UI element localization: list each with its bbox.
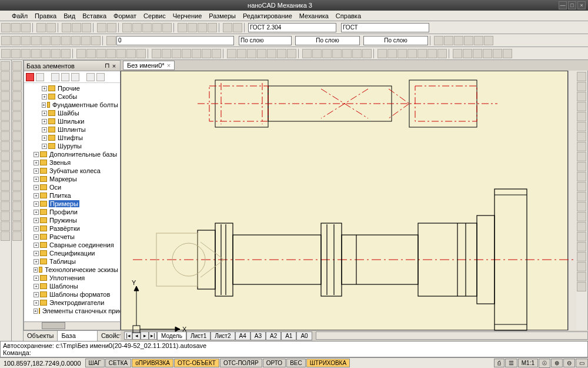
tool3-25[interactable] xyxy=(267,49,276,58)
tool3-28[interactable] xyxy=(302,49,312,58)
document-tab-close-icon[interactable]: × xyxy=(167,62,171,69)
tool2-a[interactable] xyxy=(1,36,11,45)
tree-item[interactable]: +Шаблоны форматов xyxy=(25,290,119,299)
menu-Механика[interactable]: Механика xyxy=(299,12,329,19)
expand-icon[interactable]: + xyxy=(34,267,38,273)
tool3-41[interactable] xyxy=(437,49,447,58)
tool-redo[interactable] xyxy=(107,23,116,32)
status-toggle-ОТС-ПОЛЯР[interactable]: ОТС-ПОЛЯР xyxy=(220,359,262,367)
tool3-40[interactable] xyxy=(427,49,437,58)
vt1-btn-8[interactable] xyxy=(1,141,10,151)
vt2-btn-4[interactable] xyxy=(12,101,22,111)
panel-close-icon[interactable]: × xyxy=(111,62,118,69)
tool3-8[interactable] xyxy=(86,49,96,58)
tree-item[interactable]: +Штифты xyxy=(25,134,119,142)
tool2-i[interactable] xyxy=(81,36,91,45)
status-icon-a[interactable]: ⎙ xyxy=(494,359,505,367)
tool-d[interactable] xyxy=(152,23,162,32)
tool3-15[interactable] xyxy=(162,49,171,58)
panel-del-icon[interactable] xyxy=(26,73,34,81)
tree-item[interactable]: +Плитка xyxy=(25,191,119,200)
tool3-27[interactable] xyxy=(287,49,296,58)
tool3-9[interactable] xyxy=(96,49,106,58)
menu-Справка[interactable]: Справка xyxy=(336,12,361,19)
tree-item[interactable]: +Шайбы xyxy=(25,109,119,117)
tool-print[interactable] xyxy=(36,23,46,32)
tool3-2[interactable] xyxy=(21,49,31,58)
tool3-5[interactable] xyxy=(51,49,61,58)
vt2-btn-13[interactable] xyxy=(12,191,22,201)
tool3-26[interactable] xyxy=(277,49,286,58)
tree-item[interactable]: +Профили xyxy=(25,208,119,216)
tool3-30[interactable] xyxy=(322,49,332,58)
menu-Вид[interactable]: Вид xyxy=(64,12,75,19)
vt1-btn-11[interactable] xyxy=(1,171,10,181)
expand-icon[interactable]: + xyxy=(34,201,39,207)
tool2-v[interactable] xyxy=(474,36,483,45)
tool-paste[interactable] xyxy=(82,23,91,32)
tree-item[interactable]: +Электродвигатели xyxy=(25,299,119,307)
tool3-13[interactable] xyxy=(136,49,146,58)
tool3-46[interactable] xyxy=(493,49,502,58)
tool2-y[interactable] xyxy=(444,36,453,45)
tree-item[interactable]: +Пружины xyxy=(25,216,119,224)
tool3-6[interactable] xyxy=(61,49,71,58)
vt2-btn-9[interactable] xyxy=(12,151,22,161)
maximize-button[interactable]: □ xyxy=(568,1,576,9)
status-toggle-ВЕС[interactable]: ВЕС xyxy=(286,359,306,367)
vt1-btn-13[interactable] xyxy=(1,191,10,201)
expand-icon[interactable]: + xyxy=(34,226,39,231)
tool2-d[interactable] xyxy=(31,36,41,45)
status-icon-e[interactable]: ⊖ xyxy=(563,359,575,367)
vt1-btn-15[interactable] xyxy=(1,211,10,221)
tool3-12[interactable] xyxy=(126,49,136,58)
linetype-input[interactable] xyxy=(295,36,360,45)
tool3-24[interactable] xyxy=(257,49,266,58)
panel-tab[interactable]: Объекты xyxy=(24,331,58,341)
vt2-btn-16[interactable] xyxy=(12,221,22,231)
tool-h[interactable] xyxy=(198,23,207,32)
tree-item[interactable]: +Технологические эскизы xyxy=(25,266,119,274)
tree-item[interactable]: +Элементы станочных приспо xyxy=(25,307,119,315)
expand-icon[interactable]: + xyxy=(42,102,46,108)
tool3-4[interactable] xyxy=(41,49,51,58)
tool3-23[interactable] xyxy=(247,49,256,58)
status-icon-f[interactable]: ▭ xyxy=(576,359,588,367)
expand-icon[interactable]: + xyxy=(34,284,39,289)
minimize-button[interactable]: — xyxy=(559,1,567,9)
tree-item[interactable]: +Фундаментные болты xyxy=(25,101,119,109)
color-input[interactable] xyxy=(239,36,292,45)
vt2-btn-2[interactable] xyxy=(12,81,22,91)
tool3-42[interactable] xyxy=(453,49,462,58)
vt1-btn-6[interactable] xyxy=(1,121,10,131)
tool3-35[interactable] xyxy=(377,49,387,58)
canvas-hscroll[interactable] xyxy=(316,331,588,340)
vt1-btn-9[interactable] xyxy=(1,151,10,161)
close-button[interactable]: × xyxy=(577,1,586,9)
vt2-btn-0[interactable] xyxy=(12,61,22,71)
expand-icon[interactable]: + xyxy=(34,177,39,182)
expand-icon[interactable]: + xyxy=(34,243,39,248)
tree-item[interactable]: +Звенья xyxy=(25,158,119,167)
status-toggle-ОТС-ОБЪЕКТ[interactable]: ОТС-ОБЪЕКТ xyxy=(174,359,219,367)
expand-icon[interactable]: + xyxy=(34,292,39,297)
vt2-btn-15[interactable] xyxy=(12,211,22,221)
tool3-31[interactable] xyxy=(332,49,342,58)
panel-pin-icon[interactable]: ⊓ xyxy=(103,62,111,69)
document-tab[interactable]: Без имени0* × xyxy=(123,61,175,70)
tool3-29[interactable] xyxy=(312,49,322,58)
tool-open[interactable] xyxy=(11,23,21,32)
tool3-19[interactable] xyxy=(202,49,211,58)
tree-item[interactable]: +Прочие xyxy=(25,84,119,92)
expand-icon[interactable]: + xyxy=(34,218,39,223)
tool-g[interactable] xyxy=(188,23,197,32)
tool3-14[interactable] xyxy=(152,49,161,58)
tree-item[interactable]: +Сварные соединения xyxy=(25,241,119,249)
menu-Формат[interactable]: Формат xyxy=(113,12,136,19)
vt1-btn-16[interactable] xyxy=(1,221,10,231)
tool3-39[interactable] xyxy=(417,49,427,58)
tool3-10[interactable] xyxy=(106,49,116,58)
tree-item[interactable]: +Маркеры xyxy=(25,175,119,183)
tool2-j[interactable] xyxy=(91,36,101,45)
panel-new-icon[interactable] xyxy=(36,73,44,81)
